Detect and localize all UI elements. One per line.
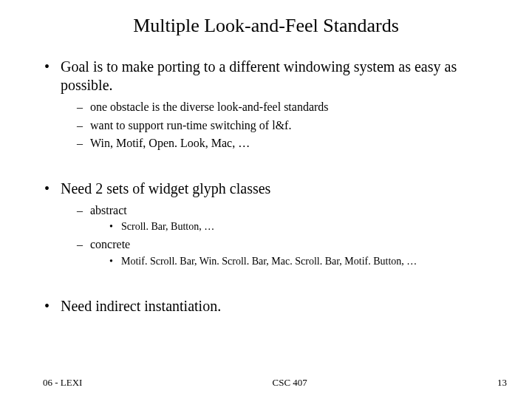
subsub-item: Motif. Scroll. Bar, Win. Scroll. Bar, Ma… <box>109 255 502 269</box>
footer-left: 06 - LEXI <box>43 377 82 389</box>
bullet-item: Need 2 sets of widget glyph classes abst… <box>44 180 502 269</box>
sub-text: one obstacle is the diverse look-and-fee… <box>90 100 329 113</box>
spacer <box>0 156 532 169</box>
sub-list: abstract Scroll. Bar, Button, … concrete… <box>61 202 502 269</box>
spacer <box>0 273 532 287</box>
bullet-text: Need 2 sets of widget glyph classes <box>61 180 270 197</box>
sub-item: concrete Motif. Scroll. Bar, Win. Scroll… <box>77 236 502 268</box>
subsub-text: Scroll. Bar, Button, … <box>121 221 214 232</box>
sub-text: Win, Motif, Open. Look, Mac, … <box>90 137 250 149</box>
footer-right: 13 <box>497 377 507 389</box>
subsub-text: Motif. Scroll. Bar, Win. Scroll. Bar, Ma… <box>121 256 417 267</box>
subsub-list: Scroll. Bar, Button, … <box>90 220 502 234</box>
sub-item: Win, Motif, Open. Look, Mac, … <box>77 135 502 151</box>
bullet-text: Need indirect instantiation. <box>61 298 221 314</box>
sub-text: abstract <box>90 204 127 216</box>
footer-center: CSC 407 <box>273 377 307 389</box>
sub-item: want to support run-time switching of l&… <box>77 117 502 134</box>
sub-list: one obstacle is the diverse look-and-fee… <box>61 99 502 151</box>
footer: 06 - LEXI CSC 407 13 <box>0 377 532 389</box>
slide: Multiple Look-and-Feel Standards Goal is… <box>0 0 532 399</box>
sub-text: want to support run-time switching of l&… <box>90 119 291 132</box>
sub-text: concrete <box>90 238 130 250</box>
bullet-list: Need 2 sets of widget glyph classes abst… <box>44 180 502 269</box>
bullet-item: Need indirect instantiation. <box>44 297 502 316</box>
bullet-list: Need indirect instantiation. <box>44 297 502 316</box>
bullet-text: Goal is to make porting to a different w… <box>61 58 457 93</box>
subsub-item: Scroll. Bar, Button, … <box>109 220 502 234</box>
bullet-list: Goal is to make porting to a different w… <box>44 58 502 151</box>
slide-title: Multiple Look-and-Feel Standards <box>0 0 532 47</box>
subsub-list: Motif. Scroll. Bar, Win. Scroll. Bar, Ma… <box>90 255 502 269</box>
sub-item: abstract Scroll. Bar, Button, … <box>77 202 502 234</box>
bullet-item: Goal is to make porting to a different w… <box>44 58 502 151</box>
sub-item: one obstacle is the diverse look-and-fee… <box>77 99 502 115</box>
